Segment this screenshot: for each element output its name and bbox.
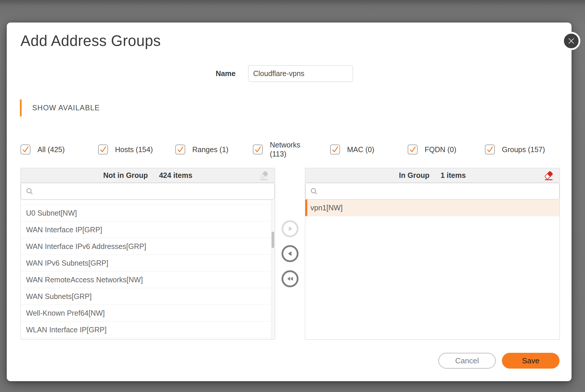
filter-checkbox-groups[interactable]: Groups (157)	[485, 140, 545, 159]
move-right-button[interactable]	[282, 220, 298, 237]
clear-right-list-eraser-icon[interactable]	[543, 170, 554, 181]
name-label: Name	[171, 69, 236, 78]
filter-label: Hosts (154)	[115, 145, 153, 154]
move-left-button[interactable]	[282, 245, 298, 262]
close-button[interactable]	[562, 32, 580, 50]
section-accent-bar	[20, 99, 22, 116]
list-item[interactable]: vpn1[NW]	[305, 200, 560, 216]
filter-checkbox-all[interactable]: All (425)	[20, 140, 65, 159]
filter-label: FQDN (0)	[425, 145, 456, 154]
dialog-title: Add Address Groups	[20, 32, 161, 50]
double-arrow-left-icon	[286, 274, 294, 283]
move-all-left-button[interactable]	[282, 270, 298, 287]
checked-checkbox-icon	[330, 145, 340, 154]
name-input[interactable]	[248, 65, 353, 82]
checked-checkbox-icon	[20, 145, 30, 154]
checked-checkbox-icon	[408, 145, 418, 154]
filter-checkbox-networks[interactable]: Networks(113)	[253, 140, 300, 159]
modal-backdrop: Add Address Groups Name SHOW AVAILABLE A…	[0, 0, 585, 392]
list-item[interactable]: WLAN Interface IP[GRP]	[21, 321, 275, 338]
not-in-group-header: Not in Group 424 items	[21, 168, 275, 183]
list-item[interactable]: WAN Interface IPv6 Addresses[GRP]	[21, 238, 275, 255]
type-filter-row: All (425)Hosts (154)Ranges (1)Networks(1…	[7, 140, 572, 159]
cancel-button[interactable]: Cancel	[438, 353, 496, 369]
in-group-search-input[interactable]	[321, 183, 555, 199]
in-group-panel: In Group 1 items vpn1[NW]	[305, 168, 560, 340]
list-item[interactable]: WAN IPv6 Subnets[GRP]	[21, 255, 275, 271]
arrow-left-icon	[286, 249, 294, 258]
partially-scrolled-row	[21, 200, 275, 205]
clear-left-list-eraser-icon	[258, 170, 270, 181]
not-in-group-search-input[interactable]	[37, 183, 270, 199]
filter-label: All (425)	[37, 145, 65, 154]
not-in-group-panel: Not in Group 424 items U0 Subnet[NW]WAN …	[20, 168, 275, 340]
filter-checkbox-mac[interactable]: MAC (0)	[330, 140, 374, 159]
list-item[interactable]: WAN RemoteAccess Networks[NW]	[21, 271, 275, 288]
filter-checkbox-fqdn[interactable]: FQDN (0)	[408, 140, 456, 159]
checked-checkbox-icon	[175, 145, 185, 154]
not-in-group-count: 424 items	[159, 171, 192, 180]
save-button[interactable]: Save	[502, 353, 560, 369]
in-group-count: 1 items	[440, 171, 466, 180]
show-available-heading: SHOW AVAILABLE	[32, 104, 100, 112]
not-in-group-list: U0 Subnet[NW]WAN Interface IP[GRP]WAN In…	[21, 200, 275, 339]
in-group-header: In Group 1 items	[305, 168, 560, 183]
filter-label: Ranges (1)	[192, 145, 229, 154]
filter-label: Networks(113)	[270, 140, 300, 159]
filter-label: Groups (157)	[502, 145, 545, 154]
search-icon	[26, 188, 33, 195]
in-group-list: vpn1[NW]	[305, 200, 560, 339]
add-address-groups-dialog: Add Address Groups Name SHOW AVAILABLE A…	[7, 23, 572, 381]
list-item[interactable]: U0 Subnet[NW]	[21, 205, 275, 221]
close-x-icon	[568, 37, 575, 44]
filter-checkbox-ranges[interactable]: Ranges (1)	[175, 140, 229, 159]
filter-label: MAC (0)	[347, 145, 374, 154]
arrow-right-icon	[286, 224, 294, 233]
checked-checkbox-icon	[485, 145, 495, 154]
scrollbar-track[interactable]	[271, 200, 275, 339]
scrollbar-thumb[interactable]	[272, 232, 274, 248]
in-group-title: In Group	[399, 171, 429, 180]
checked-checkbox-icon	[98, 145, 108, 154]
filter-checkbox-hosts[interactable]: Hosts (154)	[98, 140, 153, 159]
not-in-group-title: Not in Group	[103, 171, 148, 180]
list-item[interactable]: WAN Subnets[GRP]	[21, 288, 275, 305]
list-item[interactable]: WAN Interface IP[GRP]	[21, 221, 275, 238]
checked-checkbox-icon	[253, 145, 263, 154]
not-in-group-search	[21, 183, 275, 200]
search-icon	[310, 188, 318, 195]
list-item[interactable]: Well-Known Pref64[NW]	[21, 305, 275, 321]
in-group-search	[305, 183, 560, 200]
